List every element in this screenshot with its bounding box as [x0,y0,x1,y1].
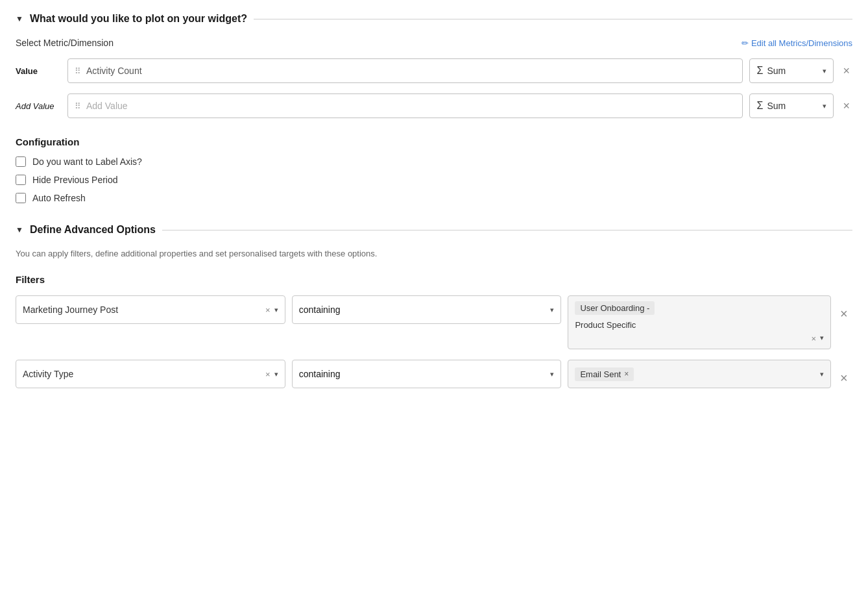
sum-text: Sum [767,66,819,76]
filter-field-2-text: Activity Type [23,369,265,379]
drag-handle-icon: ⠿ [75,66,81,76]
filter-value-1[interactable]: User Onboarding - Product Specific × ▾ [568,295,831,349]
filter-field-1[interactable]: Marketing Journey Post × ▾ [16,295,285,324]
filter-tag-1-1-text: User Onboarding - [580,303,649,313]
add-sum-chevron-icon: ▾ [823,102,826,110]
auto-refresh-checkbox[interactable] [16,193,26,203]
value-close-icon[interactable]: × [840,62,852,79]
section2-chevron-icon[interactable]: ▼ [16,225,23,234]
pencil-icon: ✏ [741,38,749,48]
advanced-subtitle: You can apply filters, define additional… [16,249,852,258]
auto-refresh-row: Auto Refresh [16,193,852,203]
hide-prev-checkbox[interactable] [16,175,26,185]
advanced-section: ▼ Define Advanced Options You can apply … [16,224,852,390]
filter-value-2[interactable]: Email Sent × ▾ [568,360,831,388]
filter-tag-1-1-line2: Product Specific [575,319,824,330]
add-value-input-text: Add Value [86,101,736,111]
hide-prev-label: Hide Previous Period [32,175,118,185]
filter-condition-2-chevron-icon[interactable]: ▾ [550,370,554,379]
filter-value-1-clear-icon[interactable]: × [811,334,816,343]
filters-title: Filters [16,274,852,285]
filter-tag-2-1-text: Email Sent [580,369,621,379]
metric-label: Select Metric/Dimension [16,38,114,48]
filter-tag-2-1-remove-icon[interactable]: × [624,369,629,379]
filter-field-2[interactable]: Activity Type × ▾ [16,360,285,388]
add-drag-handle-icon: ⠿ [75,101,81,111]
sum-dropdown[interactable]: Σ Sum ▾ [749,58,834,83]
metric-header: Select Metric/Dimension ✏ Edit all Metri… [16,38,852,48]
add-value-close-icon[interactable]: × [840,97,852,114]
configuration-section: Configuration Do you want to Label Axis?… [16,136,852,203]
filter-condition-1[interactable]: containing ▾ [292,295,562,324]
filter-row-2: Activity Type × ▾ containing ▾ Email Sen… [16,360,852,390]
hide-prev-row: Hide Previous Period [16,175,852,185]
add-sum-icon: Σ [756,100,763,112]
filter-condition-1-text: containing [299,304,341,315]
filter-value-1-chevron-icon[interactable]: ▾ [820,334,824,342]
config-title: Configuration [16,136,852,147]
add-sum-dropdown[interactable]: Σ Sum ▾ [749,93,834,118]
filter-row-1: Marketing Journey Post × ▾ containing ▾ … [16,295,852,349]
filter-tag-2-1: Email Sent × [575,367,634,381]
edit-metrics-link[interactable]: ✏ Edit all Metrics/Dimensions [741,38,852,48]
filter-condition-2[interactable]: containing ▾ [292,360,562,388]
filter-field-2-clear-icon[interactable]: × [265,369,271,379]
section1-divider [254,19,852,19]
section2-header: ▼ Define Advanced Options [16,224,852,236]
filter-condition-2-text: containing [299,369,341,379]
auto-refresh-label: Auto Refresh [32,193,86,203]
section1-chevron-icon[interactable]: ▼ [16,14,23,23]
section2-title: Define Advanced Options [30,224,156,236]
filter-value-2-chevron-icon[interactable]: ▾ [820,370,824,379]
filter-row-1-close-icon[interactable]: × [838,302,850,325]
add-value-input-wrapper[interactable]: ⠿ Add Value [67,93,743,118]
label-axis-row: Do you want to Label Axis? [16,156,852,167]
section2-divider [162,230,852,230]
add-value-row: Add Value ⠿ Add Value Σ Sum ▾ × [16,93,852,118]
filter-tag-1-1: User Onboarding - [575,301,655,315]
add-value-label: Add Value [16,101,61,111]
label-axis-label: Do you want to Label Axis? [32,156,142,167]
value-input-wrapper[interactable]: ⠿ Activity Count [67,58,743,83]
add-sum-text: Sum [767,101,819,111]
sum-chevron-icon: ▾ [823,67,826,75]
value-row: Value ⠿ Activity Count Σ Sum ▾ × [16,58,852,83]
section1-title: What would you like to plot on your widg… [30,13,247,25]
filter-field-1-clear-icon[interactable]: × [265,305,271,315]
value-input-text: Activity Count [86,66,736,76]
filter-field-1-chevron-icon[interactable]: ▾ [274,306,278,314]
filter-condition-1-chevron-icon[interactable]: ▾ [550,306,554,314]
filter-row-2-close-icon[interactable]: × [838,366,850,390]
value-label: Value [16,66,61,76]
filter-field-1-text: Marketing Journey Post [23,304,265,315]
section1-header: ▼ What would you like to plot on your wi… [16,13,852,25]
sum-icon: Σ [756,65,763,77]
label-axis-checkbox[interactable] [16,156,26,167]
filter-field-2-chevron-icon[interactable]: ▾ [274,370,278,379]
